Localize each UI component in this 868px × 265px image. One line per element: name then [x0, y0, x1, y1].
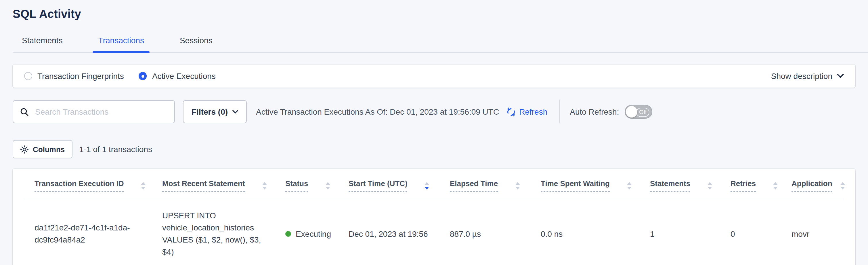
radio-transaction-fingerprints[interactable]: Transaction Fingerprints: [24, 72, 124, 81]
radio-label: Active Executions: [152, 72, 216, 81]
gear-icon: [20, 145, 29, 154]
auto-refresh-label: Auto Refresh:: [570, 107, 619, 116]
status-badge: Executing: [296, 228, 331, 240]
tab-sessions[interactable]: Sessions: [180, 36, 213, 52]
sort-icon[interactable]: [773, 182, 778, 189]
search-icon: [20, 107, 29, 116]
toggle-state-label: Off: [636, 108, 649, 117]
col-header-transaction-execution-id[interactable]: Transaction Execution ID: [24, 169, 162, 199]
auto-refresh-toggle[interactable]: Off: [625, 105, 652, 119]
col-header-start-time[interactable]: Start Time (UTC): [348, 169, 450, 199]
radio-active-executions[interactable]: Active Executions: [139, 72, 216, 81]
table-controls-row: Columns 1-1 of 1 transactions: [13, 140, 855, 158]
transactions-table-card: Transaction Execution ID Most Recent Sta…: [13, 169, 855, 265]
status-executing-dot: [285, 231, 291, 237]
tab-statements[interactable]: Statements: [22, 36, 63, 52]
show-description-toggle[interactable]: Show description: [771, 72, 844, 81]
chevron-down-icon: [232, 110, 238, 114]
filters-button[interactable]: Filters (0): [183, 100, 247, 123]
most-recent-statement: UPSERT INTO vehicle_location_histories V…: [162, 210, 272, 258]
radio-icon[interactable]: [24, 72, 32, 80]
sort-icon[interactable]: [325, 182, 330, 189]
toggle-knob[interactable]: [626, 106, 637, 117]
chevron-down-icon: [837, 74, 844, 78]
sort-icon[interactable]: [627, 182, 631, 189]
col-header-most-recent-statement[interactable]: Most Recent Statement: [162, 169, 285, 199]
tab-bar: Statements Transactions Sessions: [13, 36, 868, 53]
filter-toolbar: Filters (0) Active Transaction Execution…: [13, 100, 855, 123]
view-options-card: Transaction Fingerprints Active Executio…: [13, 64, 855, 87]
refresh-icon: [506, 107, 516, 117]
sort-icon[interactable]: [840, 182, 845, 189]
application-cell: movr: [792, 199, 844, 265]
col-header-elapsed-time[interactable]: Elapsed Time: [450, 169, 541, 199]
sort-icon[interactable]: [425, 182, 429, 189]
col-header-status[interactable]: Status: [285, 169, 348, 199]
start-time-cell: Dec 01, 2023 at 19:56: [348, 199, 450, 265]
sort-icon[interactable]: [262, 182, 267, 189]
columns-button[interactable]: Columns: [13, 140, 72, 158]
col-header-statements[interactable]: Statements: [650, 169, 731, 199]
search-input[interactable]: [34, 107, 167, 117]
results-count: 1-1 of 1 transactions: [79, 144, 152, 154]
tab-transactions[interactable]: Transactions: [98, 36, 144, 52]
toolbar-divider: [559, 100, 559, 123]
transactions-table: Transaction Execution ID Most Recent Sta…: [24, 169, 844, 265]
time-spent-waiting-cell: 0.0 ns: [541, 199, 650, 265]
radio-label: Transaction Fingerprints: [37, 72, 124, 81]
transaction-execution-id-link[interactable]: da1f21e2-de71-4c1f-a1da-dc9fc94a84a2: [34, 223, 130, 244]
as-of-timestamp: Active Transaction Executions As Of: Dec…: [256, 107, 499, 116]
sort-icon[interactable]: [515, 182, 520, 189]
sql-activity-page: SQL Activity Statements Transactions Ses…: [0, 0, 868, 265]
statements-count-cell: 1: [650, 199, 731, 265]
table-header-row: Transaction Execution ID Most Recent Sta…: [24, 169, 844, 199]
radio-icon[interactable]: [139, 72, 147, 80]
col-header-time-spent-waiting[interactable]: Time Spent Waiting: [541, 169, 650, 199]
sort-icon[interactable]: [708, 182, 712, 189]
elapsed-time-cell: 887.0 µs: [450, 199, 541, 265]
table-row: da1f21e2-de71-4c1f-a1da-dc9fc94a84a2 UPS…: [24, 199, 844, 265]
active-tab-indicator: [93, 51, 150, 53]
col-header-application[interactable]: Application: [792, 169, 844, 199]
search-box[interactable]: [13, 100, 175, 123]
refresh-button[interactable]: Refresh: [506, 107, 547, 117]
col-header-retries[interactable]: Retries: [731, 169, 792, 199]
sort-icon[interactable]: [141, 182, 146, 189]
retries-cell: 0: [731, 199, 792, 265]
page-title: SQL Activity: [0, 0, 868, 21]
